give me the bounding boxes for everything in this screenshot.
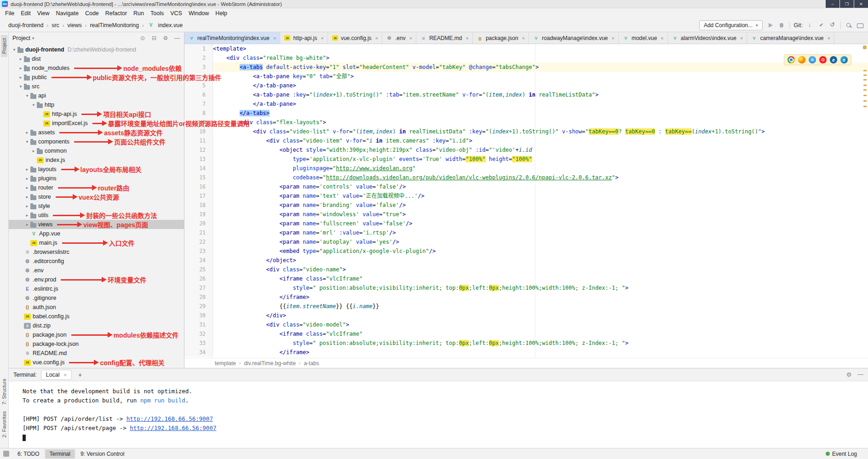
tree-item-views[interactable]: viewsview视图、pages页面 (9, 220, 184, 229)
tool-stripe-project[interactable]: Project (1, 35, 7, 57)
tab-close-icon[interactable]: × (466, 35, 468, 41)
inspection-indicator-icon[interactable] (863, 46, 867, 49)
tab-close-icon[interactable]: × (321, 35, 323, 41)
chevron-expanded-icon[interactable] (11, 47, 17, 52)
editor-breadcrumb-template[interactable]: template (215, 360, 236, 367)
tree-item-style[interactable]: style (9, 201, 184, 211)
chevron-collapsed-icon[interactable] (24, 213, 30, 218)
tree-item-api[interactable]: api (9, 91, 184, 100)
tree-item-index-js[interactable]: index.js (9, 155, 184, 165)
tree-item-components[interactable]: components页面公共组件文件 (9, 137, 184, 146)
tree-item-plugins[interactable]: plugins (9, 174, 184, 183)
chevron-collapsed-icon[interactable] (18, 66, 23, 70)
tree-item-duoji-frontend[interactable]: duoji-frontendD:\zheheWeb\duoji-frontend (9, 45, 184, 54)
locate-icon[interactable] (139, 35, 146, 41)
chevron-expanded-icon[interactable] (18, 84, 23, 89)
window-close-button[interactable]: ✕ (854, 0, 868, 8)
tree-item-http[interactable]: http (9, 100, 184, 109)
tree-item-public[interactable]: publicpublic资源文件夹，一般放引用的第三方插件 (9, 73, 184, 82)
editor-tab-http-api-js[interactable]: http-api.js× (280, 32, 328, 44)
tree-item-router[interactable]: routerrouter路由 (9, 183, 184, 192)
tree-item-eslintrc-js[interactable]: .eslintrc.js (9, 284, 184, 293)
git-commit-icon[interactable] (818, 22, 825, 29)
chevron-expanded-icon[interactable] (24, 139, 30, 144)
editor-tab-alarmvideos-index-vue[interactable]: alarmVideos\index.vue× (668, 32, 747, 44)
editor-tab-model-vue[interactable]: model.vue× (619, 32, 668, 44)
tree-item-main-js[interactable]: main.js入口文件 (9, 238, 184, 247)
menu-file[interactable]: File (2, 9, 17, 17)
git-rollback-icon[interactable] (829, 22, 836, 29)
tree-item-src[interactable]: src (9, 82, 184, 91)
status-9-version-control[interactable]: 9: Version Control (76, 449, 129, 459)
editor-tab-env[interactable]: .env× (382, 32, 416, 44)
run-icon[interactable] (767, 22, 774, 29)
edge-icon[interactable] (840, 56, 848, 63)
tree-item-gitignore[interactable]: .gitignore (9, 293, 184, 303)
menu-view[interactable]: View (34, 9, 53, 17)
tab-close-icon[interactable]: × (273, 35, 276, 41)
chevron-collapsed-icon[interactable] (31, 149, 36, 153)
tab-close-icon[interactable]: × (409, 35, 412, 41)
tree-item-layouts[interactable]: layoutslayouts全局布局相关 (9, 165, 184, 174)
tab-close-icon[interactable]: × (522, 35, 525, 41)
tree-item-store[interactable]: storevuex公共资源 (9, 192, 184, 201)
status-event-log[interactable]: Event Log (821, 449, 862, 459)
menu-refactor[interactable]: Refactor (102, 9, 130, 17)
menu-run[interactable]: Run (130, 9, 147, 17)
tree-item-common[interactable]: common (9, 146, 184, 155)
search-icon[interactable] (845, 22, 852, 29)
tree-item-editorconfig[interactable]: .editorconfig (9, 257, 184, 266)
menu-vcs[interactable]: VCS (167, 9, 185, 17)
tool-stripe-2-favorites[interactable]: 2: Favorites (1, 408, 7, 441)
tree-item-app-vue[interactable]: App.vue (9, 229, 184, 238)
tree-item-babel-config-js[interactable]: babel.config.js (9, 312, 184, 321)
firefox-icon[interactable] (798, 56, 805, 63)
safari-icon[interactable] (809, 56, 816, 63)
chevron-expanded-icon[interactable] (31, 103, 36, 107)
tree-item-env[interactable]: .env (9, 266, 184, 275)
editor-breadcrumb-a-tabs[interactable]: a-tabs (304, 360, 319, 367)
tree-item-package-json[interactable]: package.jsonmodules依赖描述文件 (9, 330, 184, 339)
new-terminal-tab-button[interactable]: + (76, 371, 84, 379)
chevron-expanded-icon[interactable] (24, 93, 30, 98)
editor-tab-vue-config-js[interactable]: vue.config.js× (328, 32, 382, 44)
menu-help[interactable]: Help (212, 9, 230, 17)
tree-item-auth-json[interactable]: auth.json (9, 303, 184, 312)
ie-icon[interactable] (830, 56, 837, 63)
menu-code[interactable]: Code (82, 9, 102, 17)
git-update-icon[interactable] (807, 22, 814, 29)
breadcrumb-item-views[interactable]: views (66, 21, 82, 29)
tree-item-node-modules[interactable]: node_modulesnode_modules依赖 (9, 63, 184, 73)
editor-tab-cameramanage-index-vue[interactable]: cameraManage\index.vue× (747, 32, 834, 44)
chevron-collapsed-icon[interactable] (24, 167, 30, 172)
tab-close-icon[interactable]: × (827, 35, 830, 41)
chevron-collapsed-icon[interactable] (24, 195, 30, 199)
editor-tab-package-json[interactable]: package.json× (473, 32, 529, 44)
editor-breadcrumb-div-realtime-bg-white[interactable]: div.realTime.bg-white (244, 360, 296, 367)
tab-close-icon[interactable]: × (661, 35, 663, 41)
terminal-link[interactable]: http://192.168.66.56:9007 (126, 415, 213, 422)
tab-close-icon[interactable]: × (64, 372, 67, 378)
tree-item-browserslistrc[interactable]: .browserslistrc (9, 247, 184, 257)
editor-body[interactable]: 1<template>2 <div class="realTime bg-whi… (184, 44, 868, 358)
chevron-collapsed-icon[interactable] (24, 185, 30, 190)
tree-item-utils[interactable]: utils封装的一些公共函数方法 (9, 211, 184, 220)
breadcrumb-item-duoji-frontend[interactable]: duoji-frontend (7, 21, 44, 29)
tab-close-icon[interactable]: × (612, 35, 615, 41)
terminal-output[interactable]: Note that the development build is not o… (9, 381, 868, 448)
breadcrumb-item-realtimemonitoring[interactable]: realTimeMonitoring (89, 21, 140, 29)
editor-tab-realtimemonitoring-index-vue[interactable]: realTimeMonitoring\index.vue× (184, 32, 280, 44)
tool-window-switcher-icon[interactable] (3, 451, 9, 457)
tab-close-icon[interactable]: × (375, 35, 378, 41)
tree-item-vue-config-js[interactable]: vue.config.jsconfig配置、代理相关 (9, 358, 184, 367)
tree-item-importexcel-js[interactable]: importExcel.js暴露环境变量地址给图片or视频资源路径变量调用 (9, 119, 184, 128)
chevron-collapsed-icon[interactable] (18, 57, 23, 61)
tree-item-dist-zip[interactable]: dist.zip (9, 321, 184, 330)
chevron-collapsed-icon[interactable] (24, 204, 30, 208)
project-panel-title[interactable]: Project (12, 35, 30, 41)
breadcrumb-item-src[interactable]: src (51, 21, 60, 29)
add-configuration-button[interactable]: Add Configuration... ▾ (699, 20, 763, 30)
menu-window[interactable]: Window (185, 9, 212, 17)
window-maximize-button[interactable]: ❐ (840, 0, 854, 8)
status-terminal[interactable]: Terminal (45, 449, 75, 459)
